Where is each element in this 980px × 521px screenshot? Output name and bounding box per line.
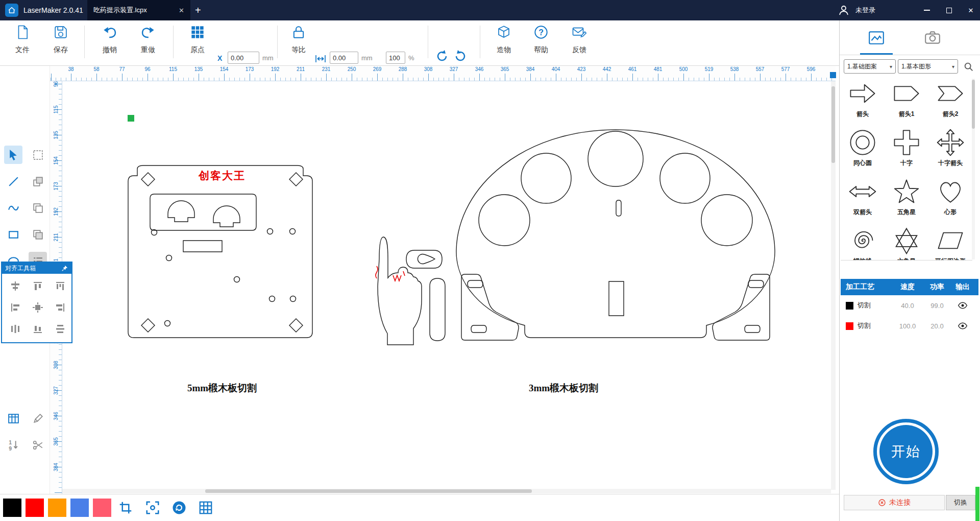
selection-marker[interactable]: [128, 115, 134, 122]
align-center[interactable]: [31, 300, 45, 315]
spiral-icon: [848, 226, 877, 255]
align-left[interactable]: [8, 300, 22, 315]
shape-double-arrow[interactable]: 双箭头: [841, 176, 885, 225]
shape-arrow-pentagon[interactable]: 箭头1: [885, 78, 928, 127]
label-3mm-cut[interactable]: 3mm椴木板切割: [505, 382, 622, 395]
shape-concentric[interactable]: 同心圆: [841, 127, 885, 176]
shape-star5[interactable]: 五角星: [885, 176, 928, 225]
palette-swatch[interactable]: [48, 499, 66, 517]
search-icon[interactable]: [963, 61, 974, 73]
shape-cross-arrows[interactable]: 十字箭头: [928, 127, 972, 176]
start-button[interactable]: 开始: [873, 419, 939, 484]
palette-swatch[interactable]: [93, 499, 111, 517]
align-distribute-h[interactable]: [8, 322, 22, 336]
shape-label: 六角星: [897, 257, 916, 260]
shape-spiral[interactable]: 螺旋线: [841, 225, 885, 260]
process-row[interactable]: 切割100.020.0: [841, 316, 978, 336]
align-right[interactable]: [53, 300, 67, 315]
process-table-header: 加工工艺 速度 功率 输出: [841, 279, 978, 295]
width-percent-input[interactable]: [386, 52, 405, 64]
frame-tool-icon[interactable]: [118, 500, 133, 515]
create-button[interactable]: 造物: [489, 23, 518, 62]
new-tab-button[interactable]: +: [195, 0, 201, 20]
curve-tool[interactable]: [4, 199, 22, 217]
double-arrow-icon: [848, 177, 877, 206]
slice-tool[interactable]: [29, 436, 47, 454]
rotate-ccw-icon[interactable]: [435, 49, 449, 63]
switch-button[interactable]: 切换: [946, 495, 975, 510]
file-button[interactable]: 文件: [8, 23, 37, 62]
app-logo[interactable]: [5, 4, 18, 17]
grid-view-icon[interactable]: [198, 500, 213, 515]
redo-button[interactable]: 重做: [134, 23, 162, 62]
app-title: LaserMaker 2.0.41: [23, 0, 83, 20]
visibility-eye-icon[interactable]: [958, 300, 968, 311]
category-select-2[interactable]: 1.基本图形▾: [898, 59, 958, 74]
canvas[interactable]: 创客大王 5mm椴木板切割 3mm椴木板切割: [62, 81, 836, 494]
user-avatar-icon[interactable]: [838, 4, 850, 16]
canvas-horizontal-scrollbar[interactable]: [62, 489, 831, 493]
shape-cross[interactable]: 十字: [885, 127, 928, 176]
process-row[interactable]: 切割40.099.0: [841, 295, 978, 316]
undo-label: 撤销: [95, 45, 124, 55]
palette-swatch[interactable]: [26, 499, 44, 517]
shape-star6[interactable]: 六角星: [885, 225, 928, 260]
canvas-vertical-scrollbar[interactable]: [831, 81, 836, 490]
capture-tool-icon[interactable]: [145, 500, 160, 515]
lock-icon: [291, 25, 306, 40]
pen-tool[interactable]: [29, 409, 47, 428]
window-close-button[interactable]: ✕: [963, 0, 979, 20]
tab-shape-library[interactable]: [860, 27, 893, 49]
shape-parallelogram[interactable]: 平行四边形: [928, 225, 972, 260]
undo-button[interactable]: 撤销: [95, 23, 124, 62]
ruler-number: 384: [526, 66, 535, 72]
marquee-tool[interactable]: [29, 146, 47, 164]
drawing-5mm-plate[interactable]: [128, 165, 312, 338]
shape-arrow-right[interactable]: 箭头: [841, 78, 885, 127]
align-distribute-v[interactable]: [53, 322, 67, 336]
shape-heart[interactable]: 心形: [928, 176, 972, 225]
align-distribute-center-v[interactable]: [8, 279, 22, 293]
sort-tool[interactable]: [4, 436, 22, 454]
tab-close-icon[interactable]: ✕: [175, 7, 184, 14]
window-minimize-button[interactable]: [919, 0, 935, 20]
select-tool[interactable]: [4, 146, 22, 164]
rotate-cw-icon[interactable]: [453, 49, 468, 63]
scroll-origin-button[interactable]: [830, 72, 836, 78]
ruler-number: 500: [679, 66, 688, 72]
plate-engraved-title[interactable]: 创客大王: [184, 169, 260, 183]
boolean-tool[interactable]: [29, 225, 47, 244]
origin-button[interactable]: 原点: [183, 23, 212, 62]
ruler-number: 192: [271, 66, 280, 72]
pin-icon[interactable]: [61, 265, 68, 272]
copy-tool[interactable]: [29, 199, 47, 217]
visibility-eye-icon[interactable]: [958, 321, 968, 331]
align-top-multi[interactable]: [53, 279, 67, 293]
drawing-hand-pointer[interactable]: [378, 237, 445, 345]
align-top[interactable]: [31, 279, 45, 293]
feedback-button[interactable]: 反馈: [565, 23, 594, 62]
tab-camera[interactable]: [916, 27, 949, 49]
line-tool[interactable]: [4, 172, 22, 191]
login-status[interactable]: 未登录: [855, 0, 875, 20]
category-select-1[interactable]: 1.基础图案▾: [844, 59, 896, 74]
rotate-view-icon[interactable]: [172, 500, 187, 515]
gallery-scrollbar[interactable]: [972, 79, 975, 259]
x-input[interactable]: [228, 52, 259, 64]
drawing-engrave-marks[interactable]: [376, 266, 405, 281]
label-5mm-cut[interactable]: 5mm椴木板切割: [163, 382, 281, 395]
document-tab[interactable]: 吃药提示装置.lcpx ✕: [87, 0, 190, 20]
shape-arrow-chevron[interactable]: 箭头2: [928, 78, 972, 127]
table-tool[interactable]: [4, 409, 22, 428]
save-button[interactable]: 保存: [46, 23, 75, 62]
shapes-tool[interactable]: [29, 172, 47, 191]
align-bottom[interactable]: [31, 322, 45, 336]
window-maximize-button[interactable]: [941, 0, 957, 20]
width-input[interactable]: [330, 52, 358, 64]
palette-swatch[interactable]: [3, 499, 21, 517]
palette-swatch[interactable]: [70, 499, 89, 517]
help-button[interactable]: 帮助: [527, 23, 555, 62]
rectangle-tool[interactable]: [4, 225, 22, 244]
proportion-lock-button[interactable]: 等比: [284, 23, 313, 62]
drawing-3mm-dome[interactable]: [456, 130, 775, 340]
